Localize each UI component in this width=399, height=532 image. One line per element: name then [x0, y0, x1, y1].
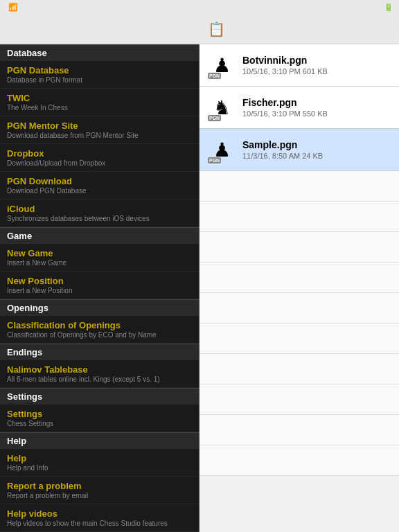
file-icon-container: ♟PGN	[206, 50, 237, 80]
menu-item-title: TWIC	[7, 93, 192, 103]
menu-item-subtitle: Download database from PGN Mentor Site	[7, 132, 192, 139]
pgn-badge: PGN	[208, 157, 221, 163]
menu-item-new-position[interactable]: New PositionInsert a New Position	[0, 272, 199, 299]
file-empty-row	[200, 171, 399, 202]
status-right: 🔋	[381, 3, 393, 12]
file-info: Botvinnik.pgn10/5/16, 3:10 PM 601 KB	[237, 55, 392, 76]
menu-item-title: PGN Database	[7, 65, 192, 76]
status-bar: 📶 🔋	[0, 0, 399, 14]
file-meta: 10/5/16, 3:10 PM 550 KB	[242, 109, 392, 118]
menu-item-icloud[interactable]: iCloudSynchronizes databases between iOS…	[0, 200, 199, 227]
file-empty-row	[200, 202, 399, 232]
section-header-database: Database	[0, 44, 199, 61]
menu-panel: DatabasePGN DatabaseDatabase in PGN form…	[0, 44, 200, 532]
menu-item-subtitle: Download PGN Database	[7, 187, 192, 195]
menu-item-title: Settings	[7, 409, 192, 419]
file-name: Fischer.pgn	[242, 97, 392, 108]
file-empty-row	[200, 232, 399, 263]
section-header-openings: Openings	[0, 299, 199, 316]
battery-icon: 🔋	[384, 3, 393, 12]
menu-item-title: New Position	[7, 276, 192, 286]
file-icon-container: ♞PGN	[206, 92, 237, 123]
menu-item-subtitle: Help and Info	[7, 464, 192, 472]
menu-item-new-game[interactable]: New GameInsert a New Game	[0, 244, 199, 272]
section-header-help: Help	[0, 432, 199, 449]
menu-item-title: Dropbox	[7, 148, 192, 159]
title-right: 📋	[200, 21, 399, 37]
wifi-icon: 📶	[8, 3, 18, 12]
menu-item-title: PGN Download	[7, 176, 192, 186]
menu-item-twic[interactable]: TWICThe Week In Chess	[0, 89, 199, 116]
menu-item-dropbox[interactable]: DropboxDownload/Upload from Dropbox	[0, 144, 199, 172]
menu-item-subtitle: Insert a New Position	[7, 287, 192, 294]
file-item-sample-pgn[interactable]: ♟PGNSample.pgn11/3/16, 8:50 AM 24 KB	[200, 129, 399, 171]
menu-item-help[interactable]: HelpHelp and Info	[0, 449, 199, 477]
menu-item-subtitle: All 6-men tables online incl. Kings (exc…	[7, 375, 192, 383]
file-empty-row	[200, 415, 399, 445]
menu-item-nalimov-tablebase[interactable]: Nalimov TablebaseAll 6-men tables online…	[0, 360, 199, 388]
menu-item-title: Help	[7, 453, 192, 463]
menu-item-title: Nalimov Tablebase	[7, 364, 192, 375]
menu-item-settings[interactable]: SettingsChess Settings	[0, 405, 199, 432]
menu-item-title: Help videos	[7, 508, 192, 519]
main-content: DatabasePGN DatabaseDatabase in PGN form…	[0, 44, 399, 532]
section-header-game: Game	[0, 227, 199, 244]
file-empty-row	[200, 263, 399, 293]
menu-item-subtitle: Download/Upload from Dropbox	[7, 159, 192, 167]
file-item-botvinnik-pgn[interactable]: ♟PGNBotvinnik.pgn10/5/16, 3:10 PM 601 KB	[200, 44, 399, 87]
file-name: Botvinnik.pgn	[242, 55, 392, 66]
file-empty-row	[200, 323, 399, 354]
file-empty-row	[200, 384, 399, 415]
file-item-fischer-pgn[interactable]: ♞PGNFischer.pgn10/5/16, 3:10 PM 550 KB	[200, 87, 399, 129]
menu-item-title: Report a problem	[7, 481, 192, 491]
pgn-badge: PGN	[208, 115, 221, 121]
menu-item-subtitle: The Week In Chess	[7, 104, 192, 112]
file-info: Fischer.pgn10/5/16, 3:10 PM 550 KB	[237, 97, 392, 118]
menu-item-title: iCloud	[7, 204, 192, 214]
file-empty-row	[200, 445, 399, 476]
status-left: 📶	[6, 3, 18, 12]
menu-item-subtitle: Synchronizes databases between iOS devic…	[7, 215, 192, 222]
section-header-settings: Settings	[0, 388, 199, 405]
menu-item-pgn-mentor-site[interactable]: PGN Mentor SiteDownload database from PG…	[0, 116, 199, 144]
menu-item-subtitle: Help videos to show the main Chess Studi…	[7, 520, 192, 527]
file-icon-container: ♟PGN	[206, 134, 237, 165]
menu-item-classification-of-openings[interactable]: Classification of OpeningsClassification…	[0, 316, 199, 344]
pgn-badge: PGN	[208, 73, 221, 79]
menu-item-title: Classification of Openings	[7, 320, 192, 330]
menu-item-pgn-download[interactable]: PGN DownloadDownload PGN Database	[0, 172, 199, 200]
menu-item-help-videos[interactable]: Help videosHelp videos to show the main …	[0, 504, 199, 532]
file-name: Sample.pgn	[242, 139, 392, 150]
file-meta: 10/5/16, 3:10 PM 601 KB	[242, 67, 392, 76]
title-bar: 📋	[0, 14, 399, 44]
file-icon: 📋	[208, 21, 225, 37]
menu-item-subtitle: Report a problem by email	[7, 492, 192, 499]
file-empty-row	[200, 293, 399, 323]
menu-item-subtitle: Insert a New Game	[7, 259, 192, 267]
menu-item-subtitle: Database in PGN format	[7, 76, 192, 84]
menu-item-title: New Game	[7, 248, 192, 258]
file-meta: 11/3/16, 8:50 AM 24 KB	[242, 152, 392, 160]
file-info: Sample.pgn11/3/16, 8:50 AM 24 KB	[237, 139, 392, 160]
menu-item-subtitle: Chess Settings	[7, 420, 192, 427]
menu-item-pgn-database[interactable]: PGN DatabaseDatabase in PGN format	[0, 61, 199, 89]
file-empty-row	[200, 354, 399, 384]
section-header-endings: Endings	[0, 344, 199, 360]
menu-item-report-a-problem[interactable]: Report a problemReport a problem by emai…	[0, 477, 199, 504]
file-panel: ♟PGNBotvinnik.pgn10/5/16, 3:10 PM 601 KB…	[200, 44, 399, 532]
menu-item-subtitle: Classification of Openings by ECO and by…	[7, 331, 192, 339]
menu-item-title: PGN Mentor Site	[7, 121, 192, 131]
